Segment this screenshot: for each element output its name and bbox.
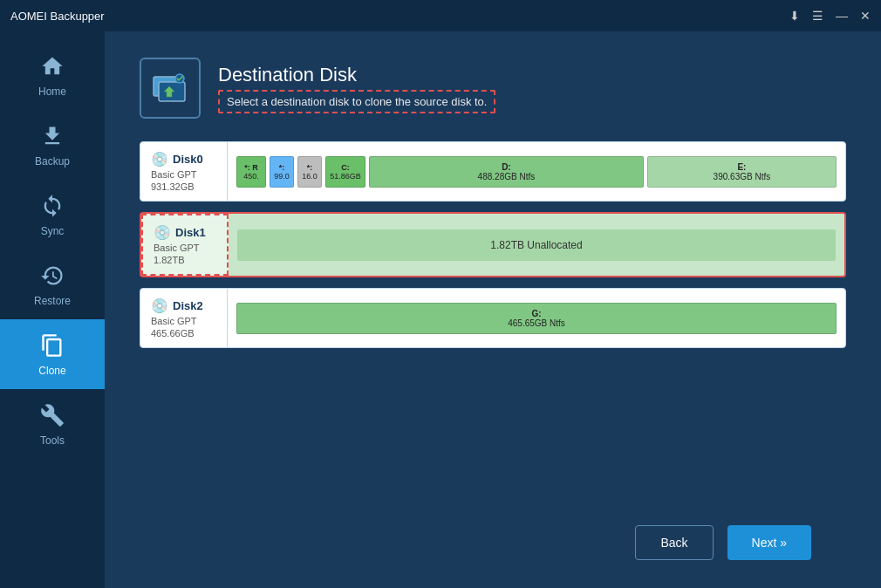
disk2-part-g: G: 465.65GB Ntfs [236, 303, 837, 334]
disk2-size: 465.66GB [151, 328, 216, 338]
disk0-type: Basic GPT [151, 169, 216, 180]
sidebar-label-sync: Sync [41, 225, 65, 237]
disk1-unallocated: 1.82TB Unallocated [237, 229, 836, 261]
disk0-icon: 💿 [151, 151, 168, 168]
disk1-icon: 💿 [154, 224, 171, 241]
disk0-part-d: D: 488.28GB Ntfs [369, 156, 644, 188]
disk2-type: Basic GPT [151, 316, 216, 326]
disk2-icon: 💿 [151, 297, 168, 314]
disk2-name: 💿 Disk2 [151, 297, 216, 314]
bottom-bar: Back Next » [140, 515, 846, 571]
disk0-info: 💿 Disk0 Basic GPT 931.32GB [140, 142, 228, 201]
sidebar-item-tools[interactable]: Tools [0, 389, 105, 459]
restore-icon [38, 262, 66, 290]
page-icon-box [140, 58, 201, 119]
back-button[interactable]: Back [635, 525, 713, 560]
disk0-part-c: C: 51.86GB [325, 156, 365, 188]
sync-icon [38, 192, 66, 220]
disk0-name: 💿 Disk0 [151, 151, 216, 168]
disk2-partitions: G: 465.65GB Ntfs [228, 289, 845, 347]
download-icon[interactable]: ⬇ [789, 9, 800, 23]
disk0-part-3: *: 16.0 [297, 156, 322, 188]
disk1-name: 💿 Disk1 [154, 224, 216, 241]
disk1-info: 💿 Disk1 Basic GPT 1.82TB [141, 214, 229, 276]
disk-card-disk2[interactable]: 💿 Disk2 Basic GPT 465.66GB G: 465.65GB N… [140, 288, 846, 348]
disk0-size: 931.32GB [151, 181, 216, 192]
minimize-icon[interactable]: — [836, 9, 848, 23]
app-title: AOMEI Backupper [10, 10, 789, 23]
clone-icon [38, 332, 66, 359]
sidebar-item-clone[interactable]: Clone [0, 319, 105, 389]
next-button-label: Next » [752, 536, 787, 550]
page-subtitle: Select a destination disk to clone the s… [218, 90, 495, 113]
sidebar-label-clone: Clone [38, 365, 65, 377]
page-title: Destination Disk [218, 64, 495, 86]
sidebar-label-home: Home [38, 85, 66, 98]
sidebar-item-backup[interactable]: Backup [0, 110, 105, 180]
disk0-part-e: E: 390.63GB Ntfs [647, 156, 837, 188]
disk2-info: 💿 Disk2 Basic GPT 465.66GB [140, 289, 228, 347]
page-header: Destination Disk Select a destination di… [140, 58, 846, 119]
menu-icon[interactable]: ☰ [812, 9, 823, 23]
title-bar: AOMEI Backupper ⬇ ☰ — ✕ [0, 0, 881, 31]
sidebar-label-tools: Tools [40, 434, 65, 447]
disks-container: 💿 Disk0 Basic GPT 931.32GB *: R 450. *: … [140, 141, 846, 501]
disk1-partitions: 1.82TB Unallocated [229, 214, 844, 276]
tools-icon [38, 401, 66, 429]
page-title-area: Destination Disk Select a destination di… [218, 64, 495, 113]
disk-card-disk0[interactable]: 💿 Disk0 Basic GPT 931.32GB *: R 450. *: … [140, 141, 846, 202]
disk0-part-r: *: R 450. [236, 156, 266, 188]
sidebar: Home Backup Sync Restore [0, 31, 105, 588]
home-icon [38, 52, 66, 80]
disk1-size: 1.82TB [154, 255, 216, 265]
disk-card-disk1[interactable]: 💿 Disk1 Basic GPT 1.82TB 1.82TB Unalloca… [140, 212, 846, 277]
disk1-type: Basic GPT [154, 243, 216, 253]
next-button[interactable]: Next » [727, 525, 811, 560]
disk0-part-2: *: 99.0 [270, 156, 294, 188]
disk0-partitions: *: R 450. *: 99.0 *: 16.0 C: 51.86GB [228, 142, 845, 201]
sidebar-label-backup: Backup [35, 155, 70, 168]
main-content: Destination Disk Select a destination di… [105, 31, 881, 588]
close-icon[interactable]: ✕ [860, 9, 871, 23]
app-body: Home Backup Sync Restore [0, 31, 881, 588]
window-controls: ⬇ ☰ — ✕ [789, 9, 871, 23]
sidebar-item-sync[interactable]: Sync [0, 180, 105, 250]
sidebar-label-restore: Restore [34, 295, 71, 307]
sidebar-item-home[interactable]: Home [0, 40, 105, 110]
sidebar-item-restore[interactable]: Restore [0, 250, 105, 319]
backup-icon [38, 122, 66, 150]
